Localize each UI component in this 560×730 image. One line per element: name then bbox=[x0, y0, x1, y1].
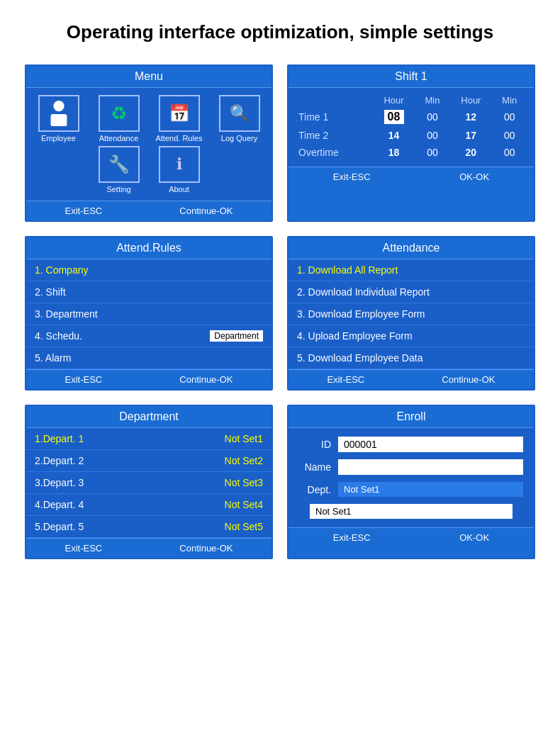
attend-rules-list: 1. Company 2. Shift 3. Department 4. Sch… bbox=[26, 259, 271, 369]
shift-header: Shift 1 bbox=[289, 66, 534, 88]
department-exit[interactable]: Exit-ESC bbox=[65, 543, 103, 554]
enroll-ok[interactable]: OK-OK bbox=[459, 532, 489, 543]
enroll-exit[interactable]: Exit-ESC bbox=[333, 532, 371, 543]
time1-m2: 00 bbox=[493, 107, 527, 127]
employee-label: Employee bbox=[41, 134, 76, 142]
attend-item-2: 2. Shift bbox=[35, 286, 66, 298]
employee-icon bbox=[46, 99, 72, 128]
menu-item-attend-rules[interactable]: 📅 Attend. Rules bbox=[151, 95, 208, 142]
time2-m2: 00 bbox=[493, 127, 527, 144]
time1-label: Time 1 bbox=[296, 107, 372, 127]
enroll-dropdown[interactable]: Not Set1 bbox=[310, 504, 513, 519]
shift-table: Hour Min Hour Min Time 1 08 00 12 00 bbox=[289, 88, 534, 167]
list-item[interactable]: 2. Shift bbox=[26, 281, 271, 303]
time2-h1: 14 bbox=[372, 127, 415, 144]
department-continue[interactable]: Continue-OK bbox=[179, 543, 233, 554]
dept-item-3-value: Not Set3 bbox=[225, 477, 263, 488]
shift-exit[interactable]: Exit-ESC bbox=[333, 172, 371, 182]
time2-m1: 00 bbox=[415, 127, 449, 144]
list-item[interactable]: 2.Depart. 2 Not Set2 bbox=[26, 450, 271, 472]
list-item[interactable]: 5. Alarm bbox=[26, 347, 271, 369]
attend-rules-exit[interactable]: Exit-ESC bbox=[65, 374, 103, 385]
overtime-m2: 00 bbox=[493, 144, 527, 161]
overtime-h2: 20 bbox=[449, 144, 492, 161]
menu-panel: Menu Employee ♻ Attendance bbox=[25, 64, 273, 222]
department-list: 1.Depart. 1 Not Set1 2.Depart. 2 Not Set… bbox=[26, 428, 271, 538]
attend-item-1: 1. Company bbox=[35, 264, 88, 276]
overtime-m1: 00 bbox=[415, 144, 449, 161]
attend-rules-icon-box: 📅 bbox=[159, 95, 200, 132]
list-item[interactable]: 3. Download Employee Form bbox=[289, 303, 534, 325]
page-title: Operating interface optimization, simple… bbox=[14, 21, 546, 43]
list-item[interactable]: 2. Download Individual Report bbox=[289, 281, 534, 303]
list-item[interactable]: 1. Company bbox=[26, 259, 271, 281]
enroll-header: Enroll bbox=[289, 406, 534, 428]
list-item[interactable]: 5.Depart. 5 Not Set5 bbox=[26, 516, 271, 538]
list-item[interactable]: 1.Depart. 1 Not Set1 bbox=[26, 428, 271, 450]
enroll-form: ID 000001 Name Dept. Not Set1 Not Set1 bbox=[289, 428, 534, 527]
attendance-exit[interactable]: Exit-ESC bbox=[327, 374, 365, 385]
dept-item-5-label: 5.Depart. 5 bbox=[35, 521, 84, 532]
menu-item-about[interactable]: ℹ About bbox=[151, 146, 208, 193]
dept-item-4-label: 4.Depart. 4 bbox=[35, 499, 84, 510]
about-icon-box: ℹ bbox=[159, 146, 200, 183]
time2-h2: 17 bbox=[449, 127, 492, 144]
shift-panel: Shift 1 Hour Min Hour Min Time 1 08 bbox=[287, 64, 535, 222]
attendance-icon: ♻ bbox=[111, 103, 127, 125]
menu-item-employee[interactable]: Employee bbox=[30, 95, 87, 142]
setting-icon: 🔧 bbox=[108, 155, 130, 174]
list-item[interactable]: 4. Upload Employee Form bbox=[289, 325, 534, 347]
employee-icon-box bbox=[38, 95, 79, 132]
department-header: Department bbox=[26, 406, 271, 428]
enroll-name-input[interactable] bbox=[338, 459, 523, 475]
list-item[interactable]: 4. Schedu. Department bbox=[26, 325, 271, 347]
time2-label: Time 2 bbox=[296, 127, 372, 144]
time1-h1: 08 bbox=[372, 107, 415, 127]
list-item[interactable]: 4.Depart. 4 Not Set4 bbox=[26, 494, 271, 516]
overtime-label: Overtime bbox=[296, 144, 372, 161]
shift-ok[interactable]: OK-OK bbox=[459, 172, 489, 182]
dept-item-4-value: Not Set4 bbox=[225, 499, 263, 510]
attend-rules-panel: Attend.Rules 1. Company 2. Shift 3. Depa… bbox=[25, 236, 273, 391]
log-query-icon: 🔍 bbox=[230, 104, 249, 123]
list-item[interactable]: 3.Depart. 3 Not Set3 bbox=[26, 472, 271, 494]
overtime-h1: 18 bbox=[372, 144, 415, 161]
svg-rect-1 bbox=[50, 114, 67, 126]
attendance-continue[interactable]: Continue-OK bbox=[442, 374, 495, 385]
dept-item-3-label: 3.Depart. 3 bbox=[35, 477, 84, 488]
attendance-label: Attendance bbox=[99, 134, 139, 142]
menu-item-setting[interactable]: 🔧 Setting bbox=[91, 146, 147, 193]
menu-exit[interactable]: Exit-ESC bbox=[65, 206, 103, 216]
setting-icon-box: 🔧 bbox=[99, 146, 140, 183]
attend-item-4: 4. Schedu. bbox=[35, 330, 82, 342]
col-min1: Min bbox=[415, 94, 449, 107]
attend-rules-continue[interactable]: Continue-OK bbox=[179, 374, 233, 385]
attendance-header: Attendance bbox=[289, 237, 534, 259]
list-item[interactable]: 1. Download All Report bbox=[289, 259, 534, 281]
menu-footer: Exit-ESC Continue-OK bbox=[26, 201, 271, 220]
col-hour1: Hour bbox=[372, 94, 415, 107]
dept-item-2-label: 2.Depart. 2 bbox=[35, 455, 84, 466]
menu-continue[interactable]: Continue-OK bbox=[179, 206, 233, 216]
menu-icons-grid: Employee ♻ Attendance 📅 Attend. Rules 🔍 bbox=[26, 88, 271, 201]
dept-item-1-label: 1.Depart. 1 bbox=[35, 433, 84, 444]
time1-m1: 00 bbox=[415, 107, 449, 127]
attend-rules-icon: 📅 bbox=[169, 103, 190, 123]
enroll-dept-row: Dept. Not Set1 bbox=[299, 482, 523, 497]
menu-item-log-query[interactable]: 🔍 Log Query bbox=[211, 95, 268, 142]
attendance-panel: Attendance 1. Download All Report 2. Dow… bbox=[287, 236, 535, 391]
dept-item-1-value: Not Set1 bbox=[225, 433, 263, 444]
enroll-id-input[interactable]: 000001 bbox=[338, 437, 523, 452]
department-panel: Department 1.Depart. 1 Not Set1 2.Depart… bbox=[25, 405, 273, 559]
list-item[interactable]: 5. Download Employee Data bbox=[289, 347, 534, 369]
menu-item-attendance[interactable]: ♻ Attendance bbox=[91, 95, 147, 142]
enroll-dept-select[interactable]: Not Set1 bbox=[338, 482, 523, 497]
time1-h2: 12 bbox=[449, 107, 492, 127]
enroll-panel: Enroll ID 000001 Name Dept. Not Set1 Not… bbox=[287, 405, 535, 559]
col-hour2: Hour bbox=[449, 94, 492, 107]
enroll-id-label: ID bbox=[299, 439, 331, 450]
enroll-footer: Exit-ESC OK-OK bbox=[289, 527, 534, 547]
dept-item-5-value: Not Set5 bbox=[225, 521, 263, 532]
shift-footer: Exit-ESC OK-OK bbox=[289, 167, 534, 186]
list-item[interactable]: 3. Department bbox=[26, 303, 271, 325]
